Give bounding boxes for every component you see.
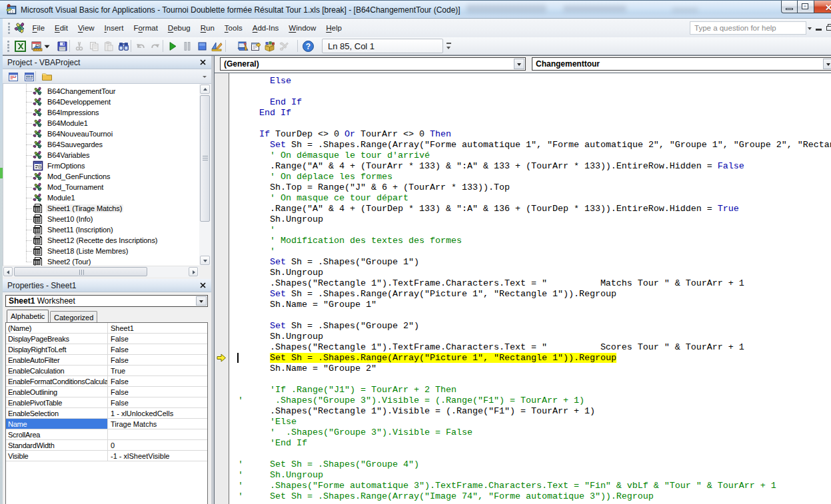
tree-item-label[interactable]: Module1 <box>46 194 77 202</box>
child-minimize-icon[interactable] <box>816 29 822 31</box>
cut-button[interactable] <box>72 39 87 53</box>
properties-panel-header[interactable]: Properties - Sheet1 <box>3 279 211 292</box>
toolbar-grip[interactable] <box>7 41 9 52</box>
tree-item-b64changementtour[interactable]: B64ChangementTour <box>3 86 199 97</box>
toolbox-button[interactable] <box>277 39 291 53</box>
combo-dropdown-button[interactable] <box>514 59 524 69</box>
property-name[interactable]: DisplayRightToLeft <box>6 344 108 354</box>
menu-edit[interactable]: Edit <box>50 21 73 35</box>
menu-addins[interactable]: Add-Ins <box>247 21 284 35</box>
menu-view[interactable]: View <box>73 21 99 35</box>
run-button[interactable] <box>165 39 180 53</box>
property-value[interactable]: False <box>109 334 207 344</box>
property-value[interactable]: True <box>109 366 207 376</box>
property-row-name[interactable]: NameTirage Matchs <box>6 419 207 429</box>
paste-button[interactable] <box>101 39 116 53</box>
project-tree-vertical-scrollbar[interactable] <box>199 84 211 266</box>
tree-item-label[interactable]: Sheet11 (Inscription) <box>46 226 115 234</box>
menu-help[interactable]: Help <box>321 21 347 35</box>
tree-item-sheet1-tirage-matchs[interactable]: Sheet1 (Tirage Matchs) <box>3 203 199 214</box>
tree-item-label[interactable]: FrmOptions <box>46 162 86 170</box>
menu-run[interactable]: Run <box>195 21 219 35</box>
tree-item-label[interactable]: Mod_Tournament <box>46 183 105 191</box>
tree-item-b64sauvegardes[interactable]: B64Sauvegardes <box>3 139 199 150</box>
tree-item-mod-genfunctions[interactable]: Mod_GenFunctions <box>3 171 199 182</box>
insert-dropdown-button[interactable] <box>43 39 51 53</box>
properties-close-button[interactable] <box>197 280 208 290</box>
property-name[interactable]: DisplayPageBreaks <box>6 334 108 344</box>
property-row-enableselection[interactable]: EnableSelection1 - xlUnlockedCells <box>6 408 207 419</box>
tree-item-label[interactable]: Sheet1 (Tirage Matchs) <box>46 204 123 212</box>
scroll-down-button[interactable] <box>200 256 210 265</box>
tree-item-label[interactable]: B64ChangementTour <box>46 87 117 95</box>
save-button[interactable] <box>55 39 69 53</box>
undo-button[interactable] <box>133 39 148 53</box>
property-name[interactable]: EnableCalculation <box>6 366 108 376</box>
break-button[interactable] <box>180 39 195 53</box>
property-name[interactable]: EnableFormatConditionsCalculation <box>6 376 108 386</box>
property-value[interactable]: Sheet1 <box>109 323 207 333</box>
redo-button[interactable] <box>148 39 163 53</box>
property-value[interactable]: -1 - xlSheetVisible <box>109 451 207 461</box>
menu-tools[interactable]: Tools <box>219 21 247 35</box>
property-row-scrollarea[interactable]: ScrollArea <box>6 429 207 440</box>
toolbar-grip[interactable] <box>8 23 10 34</box>
menu-file[interactable]: File <box>27 21 50 35</box>
property-row-enablepivottable[interactable]: EnablePivotTableFalse <box>6 397 207 408</box>
tree-item-b64nouveautournoi[interactable]: B64NouveauTournoi <box>3 128 199 139</box>
tree-item-b64impressions[interactable]: B64Impressions <box>3 107 199 118</box>
tree-item-label[interactable]: Sheet10 (Info) <box>46 215 94 223</box>
property-row-visible[interactable]: Visible-1 - xlSheetVisible <box>6 451 207 461</box>
property-row-standardwidth[interactable]: StandardWidth0 <box>6 440 207 451</box>
property-name[interactable]: StandardWidth <box>6 440 108 450</box>
close-button[interactable]: ✕ <box>814 1 831 13</box>
vba-module-window-icon[interactable] <box>14 22 26 34</box>
tree-item-sheet10-info[interactable]: Sheet10 (Info) <box>3 214 199 224</box>
tree-item-b64variables[interactable]: B64Variables <box>3 150 199 160</box>
reset-button[interactable] <box>195 39 209 53</box>
copy-button[interactable] <box>87 39 101 53</box>
toolbar-overflow-button[interactable] <box>444 39 454 53</box>
tree-item-sheet18-liste-membres[interactable]: Sheet18 (Liste Membres) <box>3 246 199 256</box>
tree-item-label[interactable]: B64Developpement <box>46 98 112 106</box>
combo-dropdown-button[interactable] <box>196 296 207 306</box>
property-name[interactable]: (Name) <box>6 323 108 333</box>
property-value[interactable]: 0 <box>109 440 207 450</box>
minimize-button[interactable] <box>781 1 798 13</box>
property-value[interactable]: False <box>109 355 207 365</box>
property-row-enableformatconditionscalculation[interactable]: EnableFormatConditionsCalculationFalse <box>6 376 207 387</box>
project-tree-horizontal-scrollbar[interactable] <box>3 266 199 277</box>
property-name[interactable]: EnablePivotTable <box>6 397 108 407</box>
property-value[interactable]: False <box>109 397 207 407</box>
tree-item-mod-tournament[interactable]: Mod_Tournament <box>3 182 199 192</box>
object-dropdown[interactable]: (General) <box>220 57 526 71</box>
combo-dropdown-button[interactable] <box>823 59 831 69</box>
properties-window-button[interactable] <box>249 39 263 53</box>
question-dropdown-icon[interactable] <box>808 27 812 32</box>
property-name[interactable]: Visible <box>6 451 108 461</box>
code-pane[interactable]: Else End If End If If TourDep <> 0 Or To… <box>215 73 831 504</box>
project-explorer-button[interactable] <box>235 39 250 53</box>
help-button[interactable]: ? <box>301 39 315 53</box>
tree-item-sheet12-recette-des-inscriptions[interactable]: Sheet12 (Recette des Inscriptions) <box>3 235 199 246</box>
procedure-dropdown[interactable]: Changementtour <box>532 57 831 71</box>
tree-item-label[interactable]: Sheet12 (Recette des Inscriptions) <box>46 236 159 244</box>
scrollbar-thumb[interactable] <box>200 95 210 222</box>
toggle-folders-button[interactable] <box>39 71 55 83</box>
project-panel-header[interactable]: Project - VBAProject <box>3 56 211 69</box>
scroll-right-button[interactable] <box>189 267 198 276</box>
find-button[interactable] <box>116 39 131 53</box>
tree-item-label[interactable]: B64Impressions <box>46 109 100 117</box>
object-browser-button[interactable] <box>262 39 277 53</box>
tree-item-label[interactable]: B64NouveauTournoi <box>46 130 114 138</box>
tree-item-b64developpement[interactable]: B64Developpement <box>3 97 199 107</box>
tree-item-module1[interactable]: Module1 <box>3 192 199 203</box>
view-code-button[interactable] <box>5 71 21 83</box>
property-name[interactable]: EnableSelection <box>6 408 108 418</box>
property-value[interactable]: False <box>109 387 207 397</box>
menu-debug[interactable]: Debug <box>163 21 195 35</box>
menu-window[interactable]: Window <box>284 21 321 35</box>
tree-item-label[interactable]: B64Sauvegardes <box>46 140 104 148</box>
property-row-displayrighttoleft[interactable]: DisplayRightToLeftFalse <box>6 344 207 355</box>
tab-alphabetic[interactable]: Alphabetic <box>7 310 49 322</box>
